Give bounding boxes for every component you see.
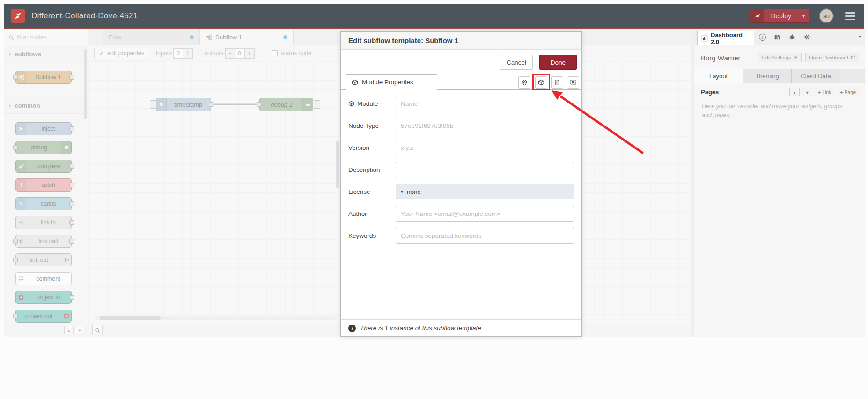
dialog-title: Edit subflow template: Subflow 1 bbox=[341, 32, 581, 50]
node-type-input[interactable] bbox=[396, 118, 574, 133]
open-dashboard-button[interactable]: Open Dashboard bbox=[805, 53, 859, 62]
palette-expand-all-button[interactable]: ▾ bbox=[75, 326, 84, 334]
description-field-label: Description bbox=[348, 166, 380, 173]
sidebar-splitter[interactable] bbox=[691, 29, 694, 337]
module-properties-icon-button[interactable] bbox=[535, 76, 547, 89]
palette-node-project-in[interactable]: project in bbox=[15, 291, 72, 304]
author-field-label: Author bbox=[348, 210, 367, 217]
sidebar-tab-help[interactable] bbox=[772, 32, 782, 42]
add-page-button[interactable]: + Page bbox=[837, 88, 859, 96]
edit-settings-button[interactable]: Edit Settings bbox=[758, 53, 802, 62]
sidebar-tab-config[interactable] bbox=[802, 32, 812, 42]
output-port[interactable] bbox=[209, 102, 213, 107]
palette-node-comment[interactable]: comment bbox=[15, 272, 72, 285]
tab-flow-1[interactable]: Flow 1 bbox=[103, 29, 200, 45]
inject-trigger-button[interactable] bbox=[150, 100, 156, 109]
palette-node-status[interactable]: status bbox=[15, 197, 72, 210]
header: Different-Collared-Dove-4521 Deploy ▾ su bbox=[4, 4, 864, 29]
search-icon bbox=[8, 35, 14, 40]
description-tab-button[interactable] bbox=[551, 76, 563, 89]
navigator-toggle-button[interactable] bbox=[92, 325, 103, 335]
canvas-horizontal-scrollbar[interactable] bbox=[95, 316, 337, 320]
cancel-button[interactable]: Cancel bbox=[500, 55, 533, 70]
subflow-icon bbox=[206, 34, 212, 40]
deploy-button[interactable]: Deploy ▾ bbox=[750, 9, 809, 23]
palette-node-link-out[interactable]: link out bbox=[15, 253, 72, 266]
edit-subflow-dialog: Edit subflow template: Subflow 1 Cancel … bbox=[340, 31, 582, 337]
dashboard-subtabs: Layout Theming Client Data bbox=[694, 69, 865, 83]
outputs-decrease-button[interactable]: - bbox=[225, 48, 235, 59]
inputs-1-button[interactable]: 1 bbox=[183, 48, 193, 59]
license-select[interactable]: ▾ none bbox=[396, 184, 574, 200]
input-port[interactable] bbox=[257, 102, 262, 107]
move-down-button[interactable]: ▾ bbox=[802, 88, 812, 96]
external-link-icon bbox=[851, 55, 855, 60]
palette-node-catch[interactable]: catch bbox=[15, 178, 72, 192]
palette-node-link-in[interactable]: link in bbox=[15, 216, 72, 229]
keywords-input[interactable] bbox=[396, 228, 574, 244]
output-port bbox=[69, 183, 74, 187]
inputs-0-button[interactable]: 0 bbox=[173, 48, 183, 59]
node-timestamp[interactable]: timestamp bbox=[156, 98, 211, 111]
outputs-increase-button[interactable]: + bbox=[245, 48, 255, 59]
palette-category-subflows[interactable]: ▾ subflows bbox=[4, 46, 88, 62]
palette-filter-input[interactable] bbox=[17, 34, 78, 41]
version-input[interactable] bbox=[396, 140, 574, 155]
properties-gear-tab-button[interactable] bbox=[518, 76, 530, 89]
palette-node-link-call[interactable]: link call bbox=[15, 235, 72, 248]
palette-node-inject[interactable]: inject bbox=[15, 122, 72, 135]
canvas-vertical-scrollbar[interactable] bbox=[336, 141, 339, 188]
palette-node-label: debug bbox=[31, 144, 47, 151]
outputs-label: outputs: bbox=[204, 50, 225, 57]
sidebar-tab-info[interactable]: i bbox=[757, 32, 767, 42]
output-port bbox=[69, 239, 74, 244]
done-button[interactable]: Done bbox=[539, 55, 577, 70]
keywords-field-label: Keywords bbox=[348, 232, 376, 239]
output-port bbox=[69, 220, 74, 225]
output-port bbox=[69, 126, 74, 131]
module-name-input[interactable] bbox=[396, 96, 574, 111]
tab-layout[interactable]: Layout bbox=[694, 69, 743, 83]
palette-scrollbar[interactable] bbox=[84, 49, 87, 119]
deploy-icon bbox=[750, 9, 764, 22]
main-menu-icon[interactable] bbox=[843, 10, 857, 22]
add-link-button[interactable]: + Link bbox=[815, 88, 834, 96]
inject-icon bbox=[156, 98, 167, 111]
user-avatar[interactable]: su bbox=[819, 8, 834, 23]
tab-dashboard-2[interactable]: Dashboard 2.0 bbox=[697, 31, 754, 45]
palette-node-project-out[interactable]: project out bbox=[15, 310, 72, 323]
tab-subflow-1[interactable]: Subflow 1 bbox=[200, 29, 294, 45]
palette-node-complete[interactable]: complete bbox=[15, 160, 72, 173]
input-port bbox=[13, 75, 18, 80]
module-field-label: Module bbox=[348, 100, 396, 107]
complete-icon bbox=[16, 160, 26, 172]
license-field-label: License bbox=[348, 188, 370, 195]
description-input[interactable] bbox=[396, 162, 574, 177]
form-row-module: Module bbox=[348, 96, 574, 111]
palette-node-label: project out bbox=[25, 313, 52, 319]
tab-client-data[interactable]: Client Data bbox=[792, 69, 840, 83]
palette-node-label: Subflow 1 bbox=[36, 74, 61, 81]
palette-node-subflow-1[interactable]: Subflow 1 bbox=[15, 71, 72, 84]
palette-node-label: status bbox=[40, 200, 56, 207]
tab-module-properties[interactable]: Module Properties bbox=[346, 74, 437, 90]
info-icon: i bbox=[348, 325, 356, 332]
palette-node-debug[interactable]: debug bbox=[15, 141, 72, 154]
deploy-options-caret-icon[interactable]: ▾ bbox=[798, 9, 809, 22]
author-input[interactable] bbox=[396, 206, 574, 222]
palette-category-common[interactable]: ▾ common bbox=[4, 98, 88, 114]
bar-chart-icon bbox=[701, 35, 708, 42]
move-up-button[interactable]: ▴ bbox=[789, 88, 800, 96]
document-icon bbox=[554, 79, 560, 86]
appearance-tab-button[interactable] bbox=[567, 76, 579, 89]
scrollbar-thumb[interactable] bbox=[100, 316, 161, 320]
edit-properties-button[interactable]: edit properties bbox=[94, 48, 149, 59]
sidebar-tab-debug[interactable] bbox=[787, 32, 797, 42]
outputs-count-value[interactable]: 0 bbox=[235, 48, 245, 59]
status-node-checkbox[interactable] bbox=[272, 50, 278, 56]
palette-collapse-all-button[interactable]: ▴ bbox=[64, 326, 74, 334]
node-debug-1[interactable]: debug 1 bbox=[259, 98, 313, 111]
sidebar-options-caret-icon[interactable]: ▾ bbox=[859, 34, 861, 39]
debug-toggle-button[interactable] bbox=[314, 100, 320, 109]
tab-theming[interactable]: Theming bbox=[743, 69, 792, 83]
